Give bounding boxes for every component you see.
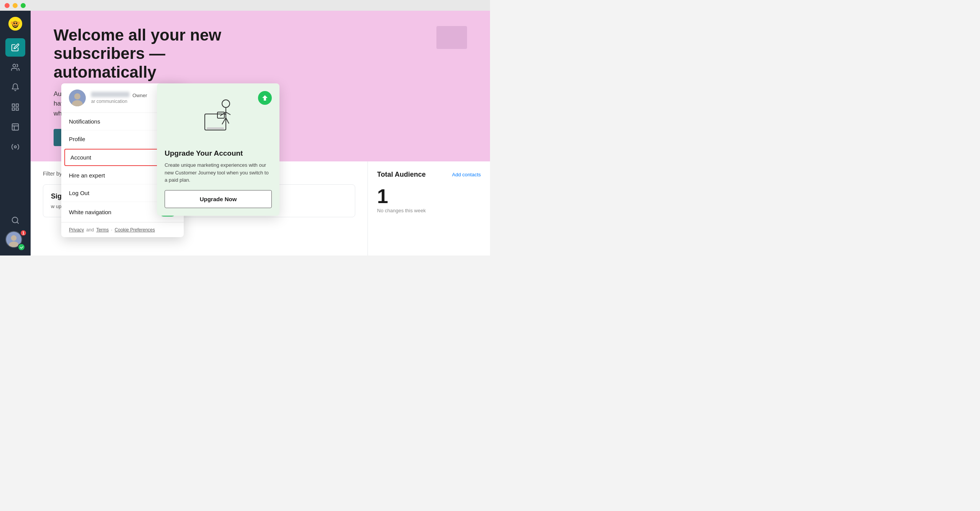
svg-line-28 xyxy=(226,118,229,124)
icon-sidebar: 1 xyxy=(0,11,31,255)
audience-sidebar: Total Audience Add contacts 1 No changes… xyxy=(368,161,490,255)
svg-rect-9 xyxy=(16,104,18,106)
upgrade-now-button[interactable]: Upgrade Now xyxy=(165,190,272,208)
cookie-link[interactable]: Cookie Preferences xyxy=(114,227,155,233)
hero-title: Welcome all your new subscribers —automa… xyxy=(54,26,253,81)
footer-and: and xyxy=(86,227,94,233)
svg-point-7 xyxy=(13,64,16,67)
main-content: Welcome all your new subscribers —automa… xyxy=(31,11,490,255)
svg-point-13 xyxy=(14,146,16,148)
upgrade-illustration xyxy=(165,91,272,145)
audience-header: Total Audience Add contacts xyxy=(377,171,481,179)
audience-title: Total Audience xyxy=(377,171,426,179)
audience-note: No changes this week xyxy=(377,208,481,213)
svg-point-4 xyxy=(16,23,17,24)
mailchimp-logo[interactable] xyxy=(5,14,25,34)
maximize-button[interactable] xyxy=(21,3,26,8)
sidebar-item-integrations[interactable] xyxy=(5,138,25,156)
dropdown-avatar xyxy=(69,90,86,106)
sidebar-item-search[interactable] xyxy=(5,211,25,229)
audience-count: 1 xyxy=(377,185,481,208)
hero-illustration xyxy=(436,26,467,49)
filter-label: Filter by: xyxy=(43,171,64,177)
svg-point-5 xyxy=(11,21,13,24)
sidebar-item-notifications[interactable] xyxy=(5,78,25,96)
sidebar-item-audience[interactable] xyxy=(5,58,25,76)
svg-line-27 xyxy=(222,118,226,124)
svg-line-26 xyxy=(226,112,230,115)
upgrade-arrow-badge xyxy=(258,91,272,105)
svg-point-23 xyxy=(222,100,230,107)
sidebar-item-automations[interactable] xyxy=(5,98,25,116)
avatar-online-badge xyxy=(18,243,25,251)
svg-rect-11 xyxy=(12,108,15,110)
svg-point-19 xyxy=(74,93,80,99)
upgrade-title: Upgrade Your Account xyxy=(165,149,272,158)
svg-rect-12 xyxy=(12,124,19,130)
sidebar-item-campaigns[interactable] xyxy=(5,38,25,57)
owner-badge: Owner xyxy=(132,93,147,98)
minimize-button[interactable] xyxy=(13,3,18,8)
sidebar-badge-count: 1 xyxy=(20,229,27,236)
dropdown-footer: Privacy and Terms · Cookie Preferences xyxy=(61,222,184,237)
username-blurred xyxy=(91,92,129,97)
svg-point-6 xyxy=(18,21,20,24)
terms-link[interactable]: Terms xyxy=(96,227,109,233)
sidebar-user-avatar[interactable]: 1 xyxy=(5,231,25,251)
app-container: 1 Welcome all your new subscribers —auto… xyxy=(0,11,490,255)
svg-point-16 xyxy=(11,235,17,241)
svg-rect-8 xyxy=(12,104,15,106)
close-button[interactable] xyxy=(5,3,10,8)
upgrade-card: Upgrade Your Account Create unique marke… xyxy=(157,83,279,216)
add-contacts-link[interactable]: Add contacts xyxy=(452,172,481,177)
svg-point-3 xyxy=(13,23,15,24)
svg-rect-10 xyxy=(16,108,18,110)
titlebar xyxy=(0,0,490,11)
sidebar-item-content[interactable] xyxy=(5,118,25,136)
privacy-link[interactable]: Privacy xyxy=(69,227,84,233)
upgrade-desc: Create unique marketing experiences with… xyxy=(165,161,272,184)
svg-rect-22 xyxy=(207,127,224,129)
